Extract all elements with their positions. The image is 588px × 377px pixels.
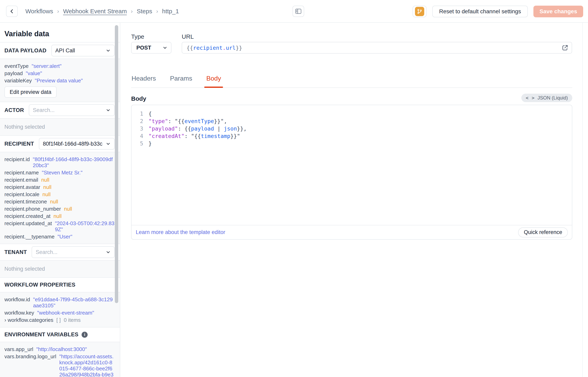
kv-key: vars.branding.logo_url	[4, 353, 56, 359]
kv-value: "2024-03-05T00:42:29.839Z"	[55, 220, 115, 232]
reset-channel-settings-button[interactable]: Reset to default channel settings	[432, 6, 528, 17]
breadcrumb-item[interactable]: Steps	[137, 8, 152, 15]
data-payload-row: DATA PAYLOAD API Call	[0, 43, 120, 59]
kv-value: "https://account-assets.knock.app/42d161…	[59, 353, 115, 377]
recipient-row: RECIPIENT 80f1f4bf-166d-48f9-b33c	[0, 136, 120, 152]
code-line: 5}	[131, 140, 572, 147]
variable-data-panel: Variable data DATA PAYLOAD API Call even…	[0, 23, 120, 377]
panel-toggle-icon	[294, 8, 302, 15]
editor-language-label: JSON (Liquid)	[537, 95, 568, 101]
code-text: "createdAt": "{{timestamp}}"	[148, 132, 240, 140]
code-line: 2"type": "{{eventType}}",	[131, 118, 572, 125]
kv-row: recipient.updated_at"2024-03-05T00:42:29…	[4, 220, 115, 232]
editor-footer: Learn more about the template editor Qui…	[131, 225, 572, 239]
quick-reference-button[interactable]: Quick reference	[518, 227, 568, 237]
kv-value: "server:alert"	[32, 63, 62, 69]
kv-key: recipient.__typename	[4, 234, 55, 240]
breadcrumb: Workflows›Webhook Event Stream›Steps›htt…	[25, 8, 179, 15]
kv-key: recipient.name	[4, 170, 39, 176]
token: recipient	[193, 45, 223, 51]
code-editor[interactable]: 1{2"type": "{{eventType}}",3"payload": {…	[131, 105, 572, 224]
http-method-value: POST	[136, 45, 151, 51]
kv-key: › workflow.categories	[4, 317, 53, 323]
kv-key: recipient.email	[4, 177, 38, 183]
kv-value: null	[41, 177, 49, 183]
external-link-icon[interactable]	[562, 44, 568, 51]
request-tabs: HeadersParamsBody	[131, 73, 572, 88]
http-method-select[interactable]: POST	[131, 42, 171, 54]
tenant-search-select[interactable]: Search...	[32, 246, 115, 258]
chevron-down-icon	[162, 45, 168, 50]
kv-key: recipient.locale	[4, 191, 39, 197]
data-payload-select[interactable]: API Call	[51, 45, 115, 56]
kv-key: workflow.id	[4, 296, 30, 303]
recipient-label: RECIPIENT	[4, 141, 34, 147]
line-number: 5	[131, 140, 148, 147]
token: {{	[187, 45, 193, 51]
actor-row: ACTOR Search...	[0, 102, 120, 119]
body-template-editor: 1{2"type": "{{eventType}}",3"payload": {…	[131, 105, 572, 240]
kv-value: "User"	[58, 234, 72, 240]
info-icon[interactable]: i	[82, 332, 88, 338]
environment-variables-section: vars.app_url"http://localhost:3000"vars.…	[0, 342, 120, 377]
kv-row: workflow.id"e91ddae4-7f99-45cb-a688-3c12…	[4, 296, 115, 308]
kv-value: [ ]	[56, 317, 61, 323]
chevron-down-icon	[105, 141, 111, 147]
payload-preview-section: eventType"server:alert"payload"value"var…	[0, 59, 120, 102]
code-text: }	[148, 140, 152, 147]
line-number: 2	[131, 118, 148, 125]
kv-key: recipient.id	[4, 156, 30, 162]
type-label: Type	[131, 33, 144, 40]
recipient-select[interactable]: 80f1f4bf-166d-48f9-b33c	[39, 138, 115, 150]
workflow-properties-header: WORKFLOW PROPERTIES	[0, 278, 120, 292]
code-line: 4"createdAt": "{{timestamp}}"	[131, 132, 572, 140]
url-input[interactable]: {{recipient.url}}	[182, 42, 572, 54]
kv-value: "Steven Metz Sr."	[42, 170, 82, 176]
data-payload-label: DATA PAYLOAD	[4, 47, 47, 54]
breadcrumb-item[interactable]: http_1	[162, 8, 179, 15]
chevron-down-icon	[105, 107, 111, 113]
kv-row: recipient.__typename"User"	[4, 234, 115, 240]
kv-value: "80f1f4bf-166d-48f9-b33c-39009df20bc3"	[33, 156, 115, 168]
tab-params[interactable]: Params	[170, 73, 193, 87]
breadcrumb-separator: ›	[131, 8, 132, 14]
sidebar-scrollbar[interactable]	[115, 25, 118, 303]
kv-row: recipient.emailnull	[4, 177, 115, 183]
actor-placeholder: Search...	[33, 107, 55, 113]
template-editor-docs-link[interactable]: Learn more about the template editor	[136, 229, 225, 236]
line-number: 4	[131, 132, 148, 140]
actor-search-select[interactable]: Search...	[29, 104, 115, 116]
token: }}	[236, 45, 242, 51]
toggle-sidebar-button[interactable]	[293, 6, 304, 17]
back-button[interactable]	[6, 6, 18, 17]
chevron-left-icon	[9, 8, 15, 14]
recipient-value: 80f1f4bf-166d-48f9-b33c	[43, 141, 103, 147]
kv-key: recipient.updated_at	[4, 220, 52, 226]
token: url	[226, 45, 236, 51]
code-icon: < >	[526, 95, 535, 101]
commit-button[interactable]	[412, 6, 427, 17]
kv-key: payload	[4, 70, 23, 76]
url-value: {{recipient.url}}	[187, 45, 242, 51]
kv-row: workflow.key"webhook-event-stream"	[4, 310, 115, 316]
edit-preview-data-button[interactable]: Edit preview data	[4, 86, 57, 98]
kv-key: variableKey	[4, 78, 32, 83]
kv-key: vars.app_url	[4, 346, 33, 352]
kv-value: "Preview data value"	[35, 78, 83, 83]
breadcrumb-item[interactable]: Workflows	[25, 8, 53, 15]
kv-key: recipient.timezone	[4, 199, 47, 205]
tenant-empty-state: Nothing selected	[0, 261, 120, 278]
tab-body[interactable]: Body	[206, 73, 221, 87]
kv-value: null	[64, 206, 72, 212]
breadcrumb-item[interactable]: Webhook Event Stream	[63, 8, 127, 15]
url-label: URL	[182, 33, 194, 40]
save-changes-button[interactable]: Save changes	[533, 6, 583, 17]
tenant-placeholder: Search...	[36, 249, 58, 255]
kv-value: null	[50, 199, 58, 205]
kv-row: eventType"server:alert"	[4, 63, 115, 69]
kv-row[interactable]: › workflow.categories[ ]0 items	[4, 317, 115, 323]
chevron-down-icon	[105, 249, 111, 255]
kv-key: recipient.avatar	[4, 184, 40, 190]
tab-headers[interactable]: Headers	[131, 73, 156, 87]
actor-empty-state: Nothing selected	[0, 119, 120, 136]
